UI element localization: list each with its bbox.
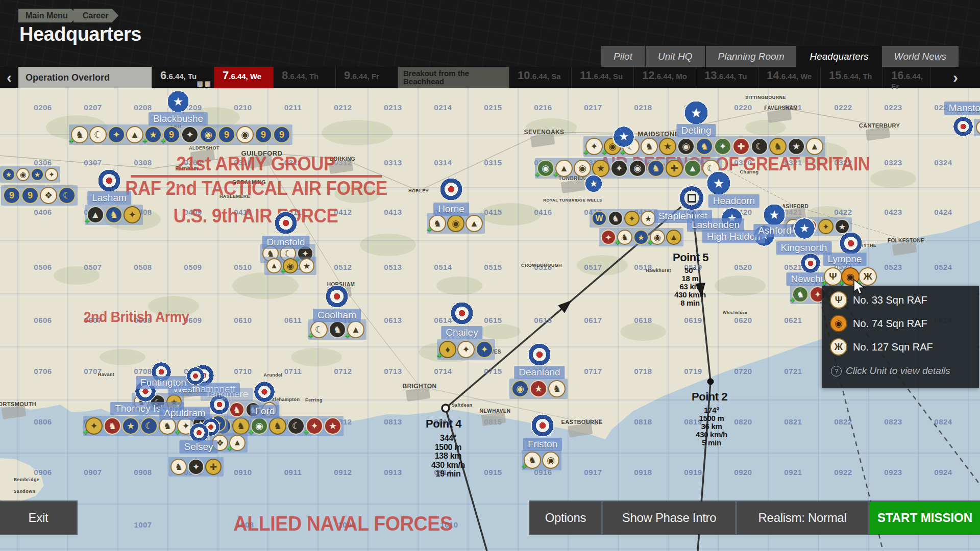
squadron-emblem[interactable]: ♞+	[617, 230, 632, 245]
airfield-marker-staplehurst[interactable]	[678, 184, 705, 212]
airfield-label-chailey[interactable]: Chailey	[441, 326, 482, 339]
timeline-day-11-6-44-su[interactable]: 11.6.44, Su	[572, 67, 634, 88]
squadron-emblem[interactable]: ★	[788, 138, 805, 155]
timeline-day-6-6-44-tu[interactable]: 6.6.44, Tu▤▦	[152, 67, 214, 88]
airfield-marker-blackbushe[interactable]: ★	[166, 90, 190, 113]
tab-pilot[interactable]: Pilot	[601, 46, 645, 67]
exit-button[interactable]: Exit	[0, 502, 77, 534]
tab-planning-room[interactable]: Planning Room	[706, 46, 797, 67]
airfield-label-ashford[interactable]: Ashford	[753, 224, 796, 237]
options-button[interactable]: Options	[530, 502, 601, 534]
squadron-emblem[interactable]: ♞	[976, 120, 980, 135]
squadron-emblem[interactable]: ✦	[610, 160, 628, 177]
squadron-emblem[interactable]: ★	[299, 258, 314, 273]
squadron-emblem[interactable]: ▲	[806, 138, 823, 155]
squadron-emblem[interactable]: ★	[122, 417, 139, 435]
airfield-marker-kingsnorth[interactable]: ★	[793, 217, 816, 240]
airfield-label-manston[interactable]: Manston	[944, 102, 980, 115]
squadron-emblem[interactable]: ♞	[229, 402, 244, 417]
squadron-emblem[interactable]: W	[592, 211, 607, 226]
squadron-emblem[interactable]: ✦+	[306, 417, 323, 435]
airfield-marker-coolham[interactable]	[325, 285, 349, 308]
squadron-emblem[interactable]: ☾	[89, 126, 107, 143]
airfield-marker-lasham[interactable]	[97, 169, 121, 192]
squadron-emblem[interactable]: ♞	[105, 206, 122, 223]
realism-button[interactable]: Realism: Normal	[737, 502, 868, 534]
timeline-phase-breakout-from-the-beachhead[interactable]: Breakout from the Beachhead	[398, 67, 509, 88]
squadron-emblem[interactable]: ♞+	[429, 215, 446, 232]
squadron-emblem[interactable]: ♞+	[71, 126, 88, 143]
squadron-emblem[interactable]: ▲	[666, 230, 681, 245]
squadron-emblem[interactable]: ◉	[236, 126, 254, 143]
squadron-emblem[interactable]: ♞	[269, 417, 286, 435]
squadron-emblem[interactable]: ☾	[287, 417, 305, 435]
timeline-day-8-6-44-th[interactable]: 8.6.44, Th	[274, 67, 336, 88]
timeline-day-16-6-44-fr[interactable]: 16.6.44, Fr	[883, 67, 931, 88]
airfield-label-friston[interactable]: Friston	[523, 438, 562, 451]
tooltip-unit-no-127-sqn-raf[interactable]: ЖNo. 127 Sqn RAF	[830, 338, 979, 356]
squadron-emblem[interactable]: ✦	[108, 126, 125, 143]
squadron-emblem[interactable]: ♞+	[792, 286, 808, 303]
airfield-label-detling[interactable]: Detling	[676, 124, 716, 137]
airfield-label-funtington[interactable]: Funtington	[136, 376, 191, 389]
squadron-emblem[interactable]: ◉	[511, 380, 529, 397]
squadron-emblem[interactable]: ✦	[45, 168, 58, 181]
squadron-emblem[interactable]: ◉+	[283, 258, 298, 273]
squadron-emblem[interactable]: ◉	[447, 215, 464, 232]
squadron-emblem[interactable]: ✦+	[585, 138, 603, 155]
squadron-emblem[interactable]: 9	[218, 126, 235, 143]
airfield-marker[interactable]: ★	[612, 126, 635, 148]
tab-world-news[interactable]: World News	[882, 46, 959, 67]
timeline-next-button[interactable]: ›	[931, 67, 980, 88]
airfield-marker-newchurch[interactable]	[800, 253, 821, 273]
squadron-emblem[interactable]: 9	[3, 187, 20, 204]
squadron-emblem[interactable]: ☾	[140, 417, 158, 435]
tab-unit-hq[interactable]: Unit HQ	[646, 46, 705, 67]
squadron-emblem[interactable]: ☾	[751, 138, 768, 155]
squadron-emblem[interactable]: ◉+	[537, 160, 554, 177]
timeline-day-12-6-44-mo[interactable]: 12.6.44, Mo	[634, 67, 696, 88]
airfield-marker-ashford[interactable]: ★	[763, 203, 786, 227]
squadron-emblem[interactable]: ♞	[170, 459, 187, 475]
squadron-emblem[interactable]: 9	[255, 126, 272, 143]
timeline-day-13-6-44-tu[interactable]: 13.6.44, Tu	[696, 67, 758, 88]
squadron-emblem[interactable]: ♞	[647, 160, 665, 177]
squadron-emblem[interactable]: ◉	[200, 126, 217, 143]
airfield-marker-horne[interactable]	[439, 178, 463, 201]
tab-headquarters[interactable]: Headquarters	[797, 46, 880, 67]
squadron-emblem[interactable]: ✚	[732, 138, 750, 155]
squadron-emblem[interactable]: ♦+	[439, 341, 456, 358]
squadron-emblem[interactable]: ✦	[457, 341, 475, 358]
squadron-emblem[interactable]: ◉	[629, 160, 646, 177]
airfield-marker-manston[interactable]	[953, 116, 973, 137]
start-mission-button[interactable]: START MISSION	[870, 502, 980, 534]
squadron-emblem[interactable]: ♞	[232, 417, 250, 435]
squadron-emblem[interactable]: ✦	[818, 219, 834, 234]
squadron-emblem[interactable]: ★	[659, 138, 676, 155]
squadron-emblem[interactable]: ♞+	[524, 452, 541, 469]
airfield-marker-dunsfold[interactable]	[274, 211, 298, 235]
timeline-day-15-6-44-th[interactable]: 15.6.44, Th	[821, 67, 883, 88]
squadron-emblem[interactable]: ♞	[769, 138, 787, 155]
breadcrumb-item-main-menu[interactable]: Main Menu	[18, 9, 78, 22]
squadron-emblem[interactable]: ✦	[601, 230, 616, 245]
show-phase-intro-button[interactable]: Show Phase Intro	[603, 502, 735, 534]
squadron-emblem[interactable]: ♞	[696, 138, 713, 155]
squadron-emblem[interactable]: ◉	[677, 138, 695, 155]
airfield-marker-detling[interactable]: ★	[683, 100, 709, 126]
airfield-marker-lympne[interactable]	[839, 232, 863, 255]
squadron-emblem[interactable]: ❖	[40, 187, 57, 204]
squadron-emblem[interactable]: 9	[273, 126, 290, 143]
squadron-emblem[interactable]: ◉	[16, 168, 30, 181]
timeline-prev-button[interactable]: ‹	[0, 67, 18, 88]
squadron-emblem[interactable]: ★	[2, 168, 15, 181]
timeline-day-9-6-44-fr[interactable]: 9.6.44, Fr	[336, 67, 398, 88]
squadron-emblem[interactable]: ★	[324, 417, 341, 435]
squadron-emblem[interactable]: ♞	[329, 321, 346, 338]
squadron-emblem[interactable]: ♞	[104, 417, 121, 435]
airfield-label-deanland[interactable]: Deanland	[514, 366, 565, 379]
squadron-emblem[interactable]: ♞	[548, 380, 566, 397]
airfield-marker-friston[interactable]	[531, 414, 554, 437]
squadron-emblem[interactable]: ▲+	[87, 206, 104, 223]
airfield-marker-selsey[interactable]	[189, 423, 209, 442]
